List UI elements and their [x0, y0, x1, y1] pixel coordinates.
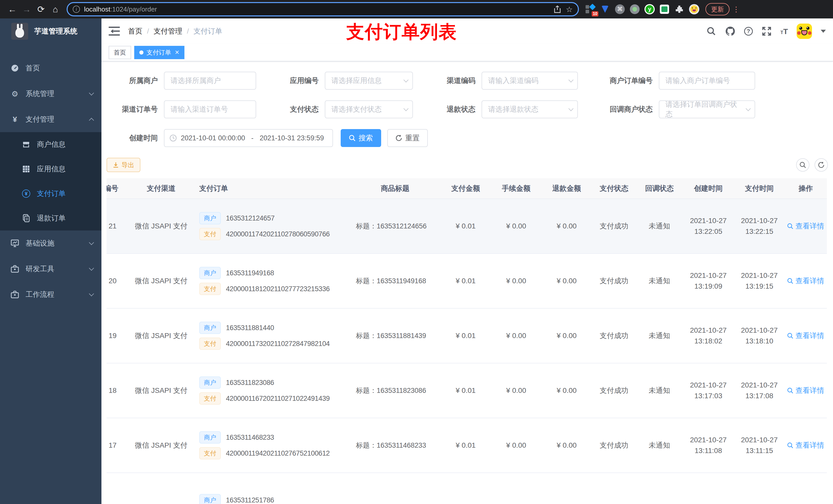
- browser-menu-icon[interactable]: ⋮: [733, 5, 740, 14]
- cell-title: 标题：1635312124656: [350, 199, 440, 254]
- cell-order: 商户 1635311881440 支付 42000011732021102728…: [193, 308, 350, 363]
- extension-puzzle-icon[interactable]: [674, 4, 685, 14]
- merchant-tag: 商户: [199, 377, 221, 389]
- cell-pay-time: 2021-10-2713:18:10: [734, 308, 785, 363]
- sidebar-item-payment[interactable]: ¥ 支付管理: [0, 106, 101, 132]
- view-detail-link[interactable]: 查看详情: [787, 276, 824, 286]
- field-label: 创建时间: [106, 133, 164, 143]
- view-detail-link[interactable]: 查看详情: [787, 221, 824, 231]
- cell-amount: ¥ 0.01: [440, 308, 491, 363]
- sidebar-item-home[interactable]: 首页: [0, 55, 101, 81]
- reload-icon[interactable]: ⟳: [34, 2, 48, 16]
- tab-pay-order[interactable]: 支付订单 ✕: [134, 46, 185, 59]
- extension-chat-icon[interactable]: [659, 4, 670, 14]
- sidebar-item-system[interactable]: ⚙ 系统管理: [0, 81, 101, 106]
- channel-order-no-input[interactable]: [164, 100, 256, 118]
- search-button[interactable]: 搜索: [341, 129, 381, 147]
- browser-update-button[interactable]: 更新: [706, 3, 730, 15]
- merchant-tag: 商户: [199, 431, 221, 443]
- table-row: 19 微信 JSAPI 支付 商户 1635311881440 支付 42000…: [106, 308, 827, 363]
- create-time-range-input[interactable]: 2021-10-01 00:00:00 - 2021-10-31 23:59:5…: [164, 129, 333, 147]
- extension-y-icon[interactable]: y: [644, 4, 655, 14]
- cell-id: 21: [106, 199, 129, 254]
- extension-gem-icon[interactable]: [600, 4, 610, 14]
- active-dot: [139, 50, 143, 54]
- chevron-down-icon: [89, 90, 94, 96]
- forward-icon[interactable]: →: [20, 2, 34, 16]
- cell-refund: ¥ 0.00: [542, 199, 592, 254]
- briefcase-icon: [10, 291, 20, 298]
- merchant-tag: 商户: [199, 322, 221, 334]
- pay-status-select[interactable]: 请选择支付状态: [325, 100, 413, 118]
- sidebar-item-app-info[interactable]: 应用信息: [0, 157, 101, 181]
- toolbar-search-button[interactable]: [796, 158, 809, 172]
- payment-submenu: 商户信息 应用信息 ¥ 支付订单: [0, 132, 101, 231]
- github-icon[interactable]: [725, 26, 735, 37]
- breadcrumb-home[interactable]: 首页: [128, 26, 142, 36]
- cell-refund: [542, 473, 592, 504]
- search-icon: [787, 442, 793, 449]
- merchant-tag: 商户: [199, 212, 221, 224]
- toolbar-refresh-button[interactable]: [814, 158, 828, 172]
- logo-row: 芋道管理系统: [0, 19, 101, 44]
- cell-order: 商户 1635311949168 支付 42000011812021102777…: [193, 254, 350, 308]
- sidebar-toggle-icon[interactable]: [109, 27, 120, 36]
- bookmark-star-icon[interactable]: ☆: [566, 5, 573, 14]
- cell-notify-status: 未通知: [636, 363, 683, 418]
- breadcrumb-pay-management[interactable]: 支付管理: [154, 26, 182, 36]
- filter-form: 所属商户 应用编号 请选择应用信息 渠道编码 请输入渠道编码 商户订单编号: [106, 62, 828, 147]
- extensions-row: 10 ⌘ y: [585, 4, 699, 14]
- column-header-fee: 手续金额: [491, 178, 541, 199]
- table-row: 17 微信 JSAPI 支付 商户 1635311468233 支付 42000…: [106, 418, 827, 473]
- column-header-create-time: 创建时间: [683, 178, 734, 199]
- sidebar-item-workflow[interactable]: 工作流程: [0, 282, 101, 307]
- sidebar-item-pay-order[interactable]: ¥ 支付订单: [0, 181, 101, 206]
- search-icon[interactable]: [706, 26, 716, 37]
- pay-tag: 支付: [199, 338, 221, 350]
- cell-channel: 微信 JSAPI 支付: [129, 363, 193, 418]
- cell-amount: ¥ 0.01: [440, 254, 491, 308]
- extension-grid-icon[interactable]: 10: [585, 4, 595, 14]
- sidebar-item-infrastructure[interactable]: 基础设施: [0, 231, 101, 256]
- close-icon[interactable]: ✕: [175, 49, 179, 56]
- refund-status-select[interactable]: 请选择退款状态: [481, 100, 578, 118]
- home-icon[interactable]: ⌂: [48, 2, 63, 16]
- cell-id: 18: [106, 363, 129, 418]
- avatar[interactable]: [796, 24, 812, 39]
- export-button[interactable]: 导出: [106, 158, 140, 172]
- merchant-order-no-input[interactable]: [659, 72, 755, 90]
- merchant-input[interactable]: [164, 72, 256, 90]
- url-bar[interactable]: i localhost:1024/pay/order ☆: [67, 2, 579, 16]
- search-icon: [787, 333, 793, 339]
- sidebar-item-merchant-info[interactable]: 商户信息: [0, 132, 101, 157]
- app-select[interactable]: 请选择应用信息: [325, 72, 413, 90]
- view-detail-link[interactable]: 查看详情: [787, 440, 824, 450]
- reset-button[interactable]: 重置: [387, 129, 428, 147]
- extension-dot-icon[interactable]: [629, 4, 640, 14]
- back-icon[interactable]: ←: [5, 2, 20, 16]
- sidebar-item-dev-tools[interactable]: 研发工具: [0, 256, 101, 282]
- sidebar-item-refund-order[interactable]: 退款订单: [0, 206, 101, 231]
- grid-icon: [22, 165, 31, 173]
- help-icon[interactable]: ?: [744, 27, 753, 35]
- avatar-caret-icon[interactable]: [821, 30, 826, 35]
- site-info-icon[interactable]: i: [73, 6, 80, 13]
- fullscreen-icon[interactable]: [762, 26, 772, 37]
- extension-command-icon[interactable]: ⌘: [615, 4, 625, 14]
- cell-create-time: 2021-10-2713:17:03: [683, 363, 734, 418]
- search-icon: [787, 278, 793, 284]
- cell-create-time: 2021-10-2713:11:08: [683, 418, 734, 473]
- share-icon[interactable]: [554, 5, 561, 13]
- tab-home[interactable]: 首页: [109, 46, 131, 59]
- channel-code-select[interactable]: 请输入渠道编码: [481, 72, 578, 90]
- extension-emoji-icon[interactable]: [689, 4, 699, 14]
- cell-channel: 微信 JSAPI 支付: [129, 308, 193, 363]
- briefcase-icon: [10, 265, 20, 273]
- gear-icon: ⚙: [10, 89, 20, 98]
- view-detail-link[interactable]: 查看详情: [787, 386, 824, 395]
- notify-status-select[interactable]: 请选择订单回调商户状态: [659, 100, 755, 118]
- view-detail-link[interactable]: 查看详情: [787, 331, 824, 341]
- sidebar: 芋道管理系统 首页 ⚙ 系统管理 ¥ 支付管理: [0, 19, 101, 504]
- font-size-icon[interactable]: TT: [781, 27, 788, 36]
- yen-circle-icon: ¥: [22, 190, 31, 198]
